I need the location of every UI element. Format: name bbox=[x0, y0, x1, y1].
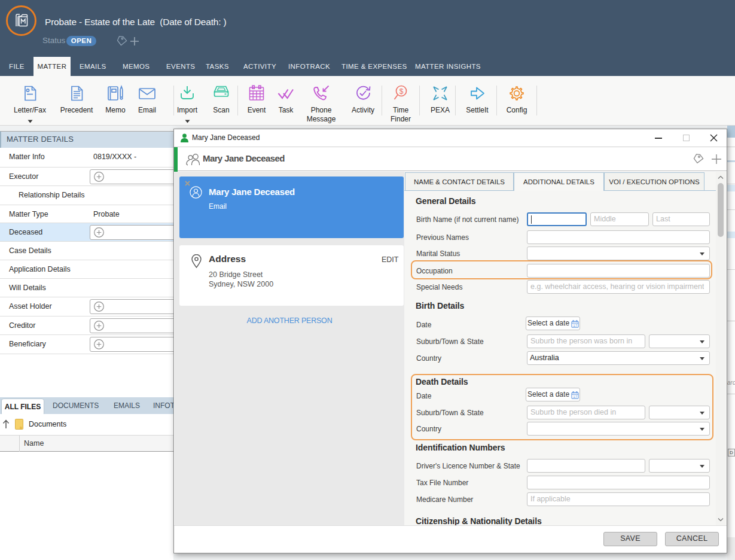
svg-text:17: 17 bbox=[573, 395, 577, 398]
svg-text:$: $ bbox=[399, 87, 404, 96]
svg-text:17: 17 bbox=[573, 324, 577, 327]
